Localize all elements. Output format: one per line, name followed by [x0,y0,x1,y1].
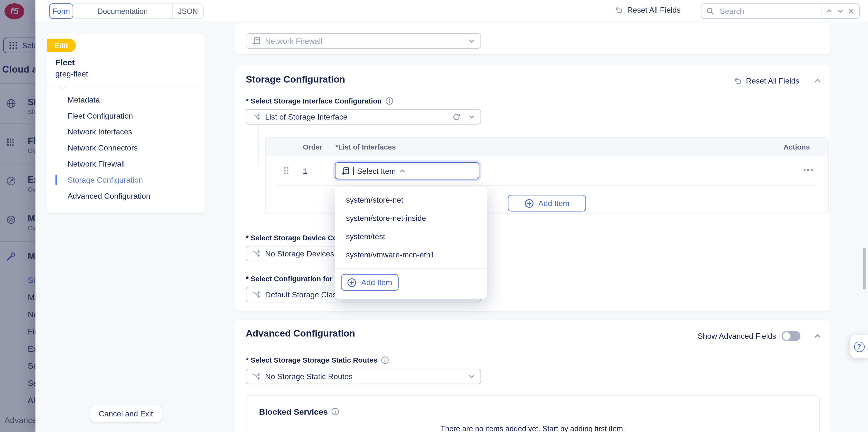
form-nav-storage-configuration[interactable]: Storage Configuration [67,176,143,184]
reset-all-fields-label: Reset All Fields [627,6,681,14]
refresh-icon[interactable] [453,113,461,121]
app-stage: f5 Sele Cloud a Sites Site M Flee Overv … [0,0,868,432]
add-item-label: Add Item [538,199,569,208]
collapse-notch-icon [59,83,66,90]
blocked-services-panel: Blocked Services There are no items adde… [246,395,820,432]
search-input[interactable] [718,6,816,16]
interface-config-label-row: * Select Storage Interface Configuration [246,97,393,105]
column-actions: Actions [783,143,810,151]
divider [335,268,487,268]
storage-section-title: Storage Configuration [246,74,345,85]
menu-option[interactable]: system/store-net [335,190,487,209]
reset-all-fields-button[interactable]: Reset All Fields [615,6,681,14]
chevron-down-icon [468,38,475,44]
tab-form[interactable]: Form [49,3,73,19]
help-fab[interactable]: ? [850,335,868,358]
row-actions-menu-icon[interactable] [804,169,813,171]
tree-connector-line [258,125,258,166]
menu-option[interactable]: system/store-net-inside [335,209,487,227]
one-of-branch-icon [252,249,260,258]
search-prev-icon[interactable] [826,8,833,14]
form-nav-advanced-configuration[interactable]: Advanced Configuration [67,192,150,200]
column-order: Order [303,143,322,151]
object-name: greg-fleet [55,69,88,78]
static-routes-label-row: * Select Storage Storage Static Routes [246,356,389,364]
row-order-value: 1 [303,166,307,175]
storage-reset-all-fields-button[interactable]: Reset All Fields [733,76,799,85]
column-list-of-interfaces: *List of Interfaces [336,143,396,151]
form-nav-metadata[interactable]: Metadata [67,95,100,104]
object-type: Fleet [55,58,75,67]
empty-state-text: There are no items added yet. Start by a… [246,425,819,432]
chevron-down-icon [468,114,475,120]
divider [821,7,822,16]
active-item-bar [55,175,57,185]
select-item-placeholder: Select Item [357,166,396,175]
network-firewall-placeholder: Network Firewall [265,36,464,45]
text-caret [353,166,354,175]
interface-config-label: * Select Storage Interface Configuration [246,97,381,105]
one-of-branch-icon [252,372,260,381]
network-firewall-card: Network Firewall [235,23,830,54]
form-nav-network-interfaces[interactable]: Network Interfaces [67,127,132,136]
drag-handle-icon[interactable] [283,166,289,175]
collapse-section-icon[interactable] [814,332,822,340]
collapse-section-icon[interactable] [814,77,822,85]
static-routes-value: No Storage Static Routes [265,372,464,381]
plus-circle-icon [347,278,357,287]
form-nav-card: Edit Fleet greg-fleet Metadata Fleet Con… [47,33,205,213]
class-config-label: * Select Configuration for St [246,275,342,283]
panel-topbar: Form Documentation JSON Reset All Fields [35,0,868,22]
menu-option[interactable]: system/vmware-mcn-eth1 [335,245,487,264]
menu-add-item-label: Add Item [361,278,392,287]
form-nav-network-firewall[interactable]: Network Firewall [67,159,125,168]
add-item-button[interactable]: Add Item [508,195,586,211]
info-icon[interactable] [381,356,389,364]
select-item-dropdown-menu: system/store-net system/store-net-inside… [335,187,487,299]
interface-config-value: List of Storage Interface [265,113,448,121]
chevron-up-icon [399,167,406,174]
divider [277,186,816,186]
edit-badge: Edit [47,39,76,52]
select-item-combobox[interactable]: Select Item [335,162,479,179]
cancel-and-exit-button[interactable]: Cancel and Exit [90,405,162,423]
info-icon[interactable] [385,97,394,105]
interface-config-select[interactable]: List of Storage Interface [246,109,481,125]
tab-group: Documentation JSON [72,3,204,19]
question-mark-icon: ? [854,341,864,352]
search-next-icon[interactable] [837,8,844,14]
divider [47,86,205,86]
show-advanced-fields-toggle[interactable] [781,331,800,341]
advanced-configuration-card: Advanced Configuration Show Advanced Fie… [235,320,830,432]
device-config-label: * Select Storage Device Con [246,234,342,242]
info-icon[interactable] [331,407,339,416]
static-routes-label: * Select Storage Storage Static Routes [246,356,377,364]
toggle-knob [783,332,790,340]
show-advanced-fields-label: Show Advanced Fields [698,332,776,340]
search-icon [706,7,714,15]
storage-reset-label: Reset All Fields [746,76,799,85]
menu-option[interactable]: system/test [335,227,487,245]
advanced-section-title: Advanced Configuration [246,328,355,339]
network-firewall-select[interactable]: Network Firewall [246,33,481,49]
device-config-label-row: * Select Storage Device Con [246,234,342,242]
fleet-edit-panel: Form Documentation JSON Reset All Fields [35,0,868,432]
tab-json[interactable]: JSON [173,4,203,18]
class-config-label-row: * Select Configuration for St [246,275,342,283]
static-routes-select[interactable]: No Storage Static Routes [246,369,481,384]
chevron-down-icon [468,373,475,380]
storage-configuration-card: Storage Configuration Reset All Fields *… [235,65,830,311]
menu-add-item-button[interactable]: Add Item [341,274,399,290]
vertical-scrollbar[interactable] [863,248,866,290]
one-of-branch-icon [252,113,260,121]
form-nav-fleet-configuration[interactable]: Fleet Configuration [67,111,133,120]
form-item-icon [252,36,260,45]
plus-circle-icon [524,198,534,208]
form-nav-network-connectors[interactable]: Network Connectors [67,144,137,152]
tab-documentation[interactable]: Documentation [73,4,172,18]
search-close-icon[interactable] [848,8,854,14]
undo-icon [733,76,742,85]
undo-icon [615,6,623,14]
one-of-branch-icon [252,290,260,299]
search-box [701,3,860,19]
